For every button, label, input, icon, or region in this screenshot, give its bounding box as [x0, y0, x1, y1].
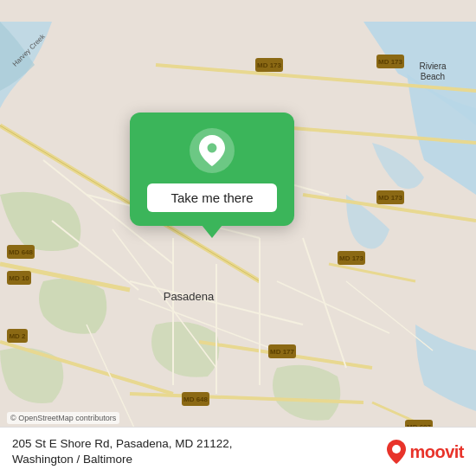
moovit-logo: moovit	[387, 440, 464, 464]
svg-line-21	[277, 281, 389, 333]
svg-text:Beach: Beach	[421, 72, 445, 81]
map-svg: MD 173 MD 173 MD 173 MD 173 MD 648 MD 10…	[0, 0, 476, 476]
svg-text:MD 648: MD 648	[9, 248, 34, 256]
osm-credit: © OpenStreetMap contributors	[7, 412, 119, 424]
svg-text:MD 173: MD 173	[378, 58, 403, 66]
svg-text:MD 2: MD 2	[9, 332, 26, 340]
svg-text:MD 173: MD 173	[257, 61, 282, 69]
moovit-pin-icon	[387, 440, 406, 464]
svg-text:MD 177: MD 177	[270, 348, 295, 356]
svg-text:MD 10: MD 10	[9, 274, 29, 282]
svg-line-5	[329, 264, 415, 281]
svg-text:MD 173: MD 173	[378, 194, 403, 202]
popup-card: Take me there	[130, 113, 294, 226]
address-text: 205 St E Shore Rd, Pasadena, MD 21122, W…	[12, 436, 232, 467]
svg-text:MD 648: MD 648	[183, 396, 209, 403]
address-line1: 205 St E Shore Rd, Pasadena, MD 21122,	[12, 436, 232, 452]
svg-point-49	[392, 445, 401, 453]
location-icon-circle	[190, 128, 235, 173]
location-pin-icon	[199, 135, 225, 166]
moovit-text: moovit	[409, 443, 464, 460]
bottom-bar: 205 St E Shore Rd, Pasadena, MD 21122, W…	[0, 427, 476, 476]
osm-credit-text: © OpenStreetMap contributors	[10, 414, 116, 422]
svg-text:MD 173: MD 173	[339, 254, 364, 262]
address-line2: Washington / Baltimore	[12, 452, 232, 467]
map-container: MD 173 MD 173 MD 173 MD 173 MD 648 MD 10…	[0, 0, 476, 476]
svg-line-22	[346, 281, 433, 351]
take-me-there-button[interactable]: Take me there	[147, 183, 277, 212]
svg-text:Riviera: Riviera	[419, 61, 447, 71]
svg-text:Pasadena: Pasadena	[164, 290, 215, 303]
